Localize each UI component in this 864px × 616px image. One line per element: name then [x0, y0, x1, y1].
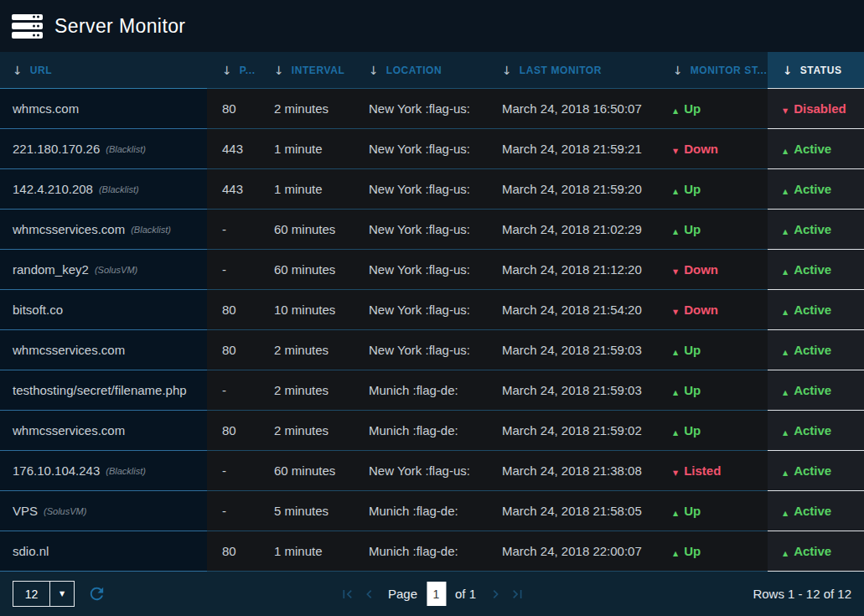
monitor-status-value: Up: [673, 222, 701, 236]
status-cell: Active: [768, 531, 864, 572]
location-cell: New York :flag-us:: [354, 89, 487, 129]
interval-cell: 60 minutes: [259, 210, 354, 250]
column-header-last_monitor[interactable]: LAST MONITOR: [487, 52, 658, 89]
url-text: 142.4.210.208: [13, 182, 93, 196]
monitor-status-cell: Up: [658, 531, 768, 572]
status-label: Active: [794, 303, 831, 317]
monitor-status-label: Up: [684, 544, 701, 558]
status-cell: Disabled: [768, 89, 864, 129]
last-monitor-cell: March 24, 2018 21:58:05: [487, 491, 658, 531]
last-monitor-cell: March 24, 2018 16:50:07: [487, 89, 658, 129]
column-header-status[interactable]: STATUS: [768, 52, 864, 89]
last-monitor-cell: March 24, 2018 21:12:20: [487, 250, 658, 290]
table-row[interactable]: whmcsservices.com802 minutesMunich :flag…: [0, 411, 864, 451]
monitor-status-cell: Up: [658, 370, 768, 411]
status-value: Active: [783, 262, 831, 277]
trend-up-icon: [783, 349, 788, 356]
trend-down-icon: [673, 469, 678, 477]
column-header-label: STATUS: [800, 65, 842, 76]
last-page-button[interactable]: [506, 586, 528, 603]
url-text: bitsoft.co: [13, 303, 63, 317]
status-cell: Active: [768, 129, 864, 169]
sort-arrow-down-icon: [502, 64, 512, 77]
url-cell: whmcs.com: [0, 89, 207, 129]
port-cell: -: [207, 451, 259, 491]
column-header-label: LOCATION: [386, 65, 442, 76]
monitor-status-cell: Up: [658, 491, 768, 531]
column-header-label: URL: [30, 65, 52, 76]
table-row[interactable]: whmcsservices.com802 minutesNew York :fl…: [0, 330, 864, 370]
trend-down-icon: [673, 148, 678, 155]
server-monitor-app: Server Monitor URLP...INTERVALLOCATIONLA…: [0, 0, 864, 616]
last-monitor-cell: March 24, 2018 21:54:20: [487, 290, 658, 330]
monitor-status-value: Up: [673, 544, 701, 558]
port-cell: -: [207, 370, 259, 411]
url-text: VPS: [13, 504, 38, 518]
interval-cell: 60 minutes: [259, 451, 354, 491]
status-label: Active: [794, 222, 831, 236]
page-title: Server Monitor: [54, 15, 185, 38]
last-monitor-cell: March 24, 2018 21:59:03: [487, 370, 658, 411]
sort-arrow-down-icon: [274, 64, 284, 77]
location-cell: New York :flag-us:: [354, 330, 487, 370]
trend-up-icon: [783, 550, 788, 557]
table-row[interactable]: 142.4.210.208(Blacklist)4431 minuteNew Y…: [0, 169, 864, 210]
monitor-status-cell: Up: [658, 89, 768, 129]
column-header-interval[interactable]: INTERVAL: [259, 52, 354, 89]
table-row[interactable]: whmcs.com802 minutesNew York :flag-us:Ma…: [0, 89, 864, 129]
interval-cell: 2 minutes: [259, 370, 354, 411]
url-cell: random_key2(SolusVM): [0, 250, 207, 290]
status-cell: Active: [768, 411, 864, 451]
chevron-right-icon: [487, 586, 504, 603]
monitor-status-cell: Down: [658, 290, 768, 330]
monitor-status-cell: Up: [658, 330, 768, 370]
column-header-port[interactable]: P...: [207, 52, 259, 89]
page-size-select[interactable]: 12 ▼: [13, 581, 75, 607]
interval-cell: 60 minutes: [259, 250, 354, 290]
status-label: Active: [794, 423, 831, 437]
sort-arrow-down-icon: [673, 64, 683, 77]
footer: 12 ▼ Page of 1: [0, 572, 864, 616]
trend-up-icon: [783, 510, 788, 517]
column-header-url[interactable]: URL: [0, 52, 207, 89]
table-row[interactable]: testhosting/secret/filename.php-2 minute…: [0, 370, 864, 411]
column-header-monitor_status[interactable]: MONITOR ST...: [658, 52, 768, 89]
monitor-status-label: Listed: [684, 463, 721, 478]
status-value: Active: [783, 222, 831, 236]
monitor-status-value: Down: [673, 142, 718, 156]
column-header-label: LAST MONITOR: [520, 65, 602, 76]
last-monitor-cell: March 24, 2018 21:59:21: [487, 129, 658, 169]
table-row[interactable]: random_key2(SolusVM)-60 minutesNew York …: [0, 250, 864, 290]
status-label: Active: [794, 383, 831, 397]
prev-page-button[interactable]: [358, 586, 380, 603]
table-row[interactable]: 176.10.104.243(Blacklist)-60 minutesNew …: [0, 451, 864, 491]
page-number-input[interactable]: [427, 582, 446, 606]
table-row[interactable]: sdio.nl801 minuteMunich :flag-de:March 2…: [0, 531, 864, 572]
url-cell: testhosting/secret/filename.php: [0, 370, 207, 411]
page-size-value: 12: [13, 582, 49, 606]
trend-up-icon: [783, 268, 788, 276]
location-cell: Munich :flag-de:: [354, 531, 487, 572]
url-text: whmcs.com: [13, 101, 79, 116]
port-cell: 80: [207, 330, 259, 370]
next-page-button[interactable]: [484, 586, 506, 603]
table-row[interactable]: VPS(SolusVM)-5 minutesMunich :flag-de:Ma…: [0, 491, 864, 531]
refresh-button[interactable]: [87, 584, 106, 603]
table-row[interactable]: bitsoft.co8010 minutesNew York :flag-us:…: [0, 290, 864, 330]
topbar: Server Monitor: [0, 0, 864, 52]
sort-arrow-down-icon: [369, 64, 379, 77]
interval-cell: 1 minute: [259, 129, 354, 169]
column-header-location[interactable]: LOCATION: [354, 52, 487, 89]
location-cell: New York :flag-us:: [354, 250, 487, 290]
table-row[interactable]: 221.180.170.26(Blacklist)4431 minuteNew …: [0, 129, 864, 169]
last-monitor-cell: March 24, 2018 21:59:20: [487, 169, 658, 210]
url-cell: 176.10.104.243(Blacklist): [0, 451, 207, 491]
first-page-button[interactable]: [336, 586, 358, 603]
status-cell: Active: [768, 290, 864, 330]
port-cell: 80: [207, 89, 259, 129]
interval-cell: 10 minutes: [259, 290, 354, 330]
url-cell: 142.4.210.208(Blacklist): [0, 169, 207, 210]
table-row[interactable]: whmcsservices.com(Blacklist)-60 minutesN…: [0, 210, 864, 250]
monitor-status-label: Up: [684, 222, 701, 236]
port-cell: 80: [207, 531, 259, 572]
